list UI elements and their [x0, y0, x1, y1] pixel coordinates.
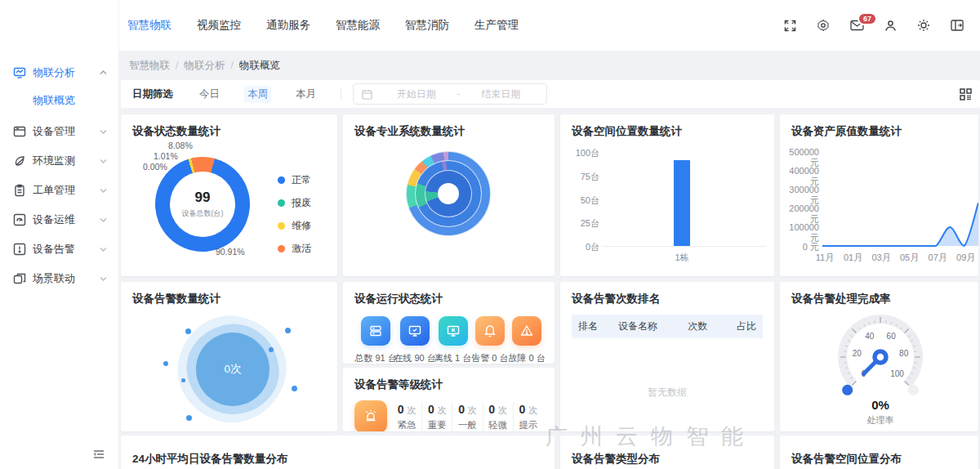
level-urgent[interactable]: 0 次 紧急: [392, 403, 421, 431]
y-tick: 100台: [565, 147, 599, 159]
device-total-label: 设备总数(台): [182, 208, 224, 219]
tab-video-monitoring[interactable]: 视频监控: [197, 18, 241, 33]
gauge-sub-label: 处理率: [813, 414, 948, 427]
sidebar-item-device-ops[interactable]: 设备运维: [0, 209, 118, 230]
scene-icon: [13, 272, 26, 285]
stat-fault[interactable]: 故障 0 台: [508, 316, 545, 364]
stat-total[interactable]: 总数 91 台: [356, 316, 395, 364]
card-title: 设备告警处理完成率: [791, 292, 967, 306]
dashboard-content: 设备状态数量统计 99 设备总数(台) 8.08% 1.01% 0.00% 90…: [121, 114, 980, 469]
offline-icon: [439, 316, 468, 346]
card-alarm-count: 设备告警数量统计 0次: [121, 282, 337, 431]
tab-smart-fire[interactable]: 智慧消防: [405, 18, 449, 33]
stat-alarm[interactable]: 告警 0 台: [471, 316, 508, 364]
y-tick: 25台: [565, 217, 599, 230]
svg-text:40: 40: [865, 332, 875, 341]
area-chart-svg: [822, 152, 978, 247]
top-nav: 智慧物联 视频监控 通勤服务 智慧能源 智慧消防 生产管理: [127, 18, 519, 33]
sidebar-item-workorder-management[interactable]: 工单管理: [0, 180, 118, 201]
settings-icon[interactable]: [817, 19, 830, 32]
chevron-down-icon: [100, 159, 107, 163]
device-status-donut-chart[interactable]: 99 设备总数(台): [155, 157, 250, 252]
stat-offline[interactable]: 离线 1 台: [434, 316, 471, 364]
gauge-value: 0%: [813, 398, 948, 412]
fullscreen-icon[interactable]: [784, 20, 796, 32]
analysis-icon: [13, 66, 26, 79]
start-date-placeholder[interactable]: 开始日期: [379, 87, 453, 101]
sidebar-collapse-icon[interactable]: [93, 449, 105, 459]
calendar-icon: [362, 89, 372, 100]
card-device-status: 设备状态数量统计 99 设备总数(台) 8.08% 1.01% 0.00% 90…: [121, 114, 337, 276]
card-title: 24小时平均日设备告警数量分布: [132, 452, 543, 467]
stat-online[interactable]: 在线 90 台: [395, 316, 434, 364]
mail-badge: 67: [858, 12, 877, 25]
preset-this-month[interactable]: 本月: [292, 86, 319, 103]
level-hint[interactable]: 0 次 提示: [513, 403, 543, 431]
mail-icon[interactable]: 67: [850, 20, 864, 31]
clipboard-icon: [13, 184, 26, 197]
total-icon: [361, 316, 390, 346]
x-tick: 03月: [867, 252, 895, 264]
sidebar-item-scene-linkage[interactable]: 场景联动: [0, 268, 118, 289]
exit-icon[interactable]: [951, 20, 964, 31]
date-range-input[interactable]: 开始日期 - 结束日期: [353, 83, 547, 105]
card-title: 设备空间位置数量统计: [572, 124, 763, 139]
legend-item[interactable]: 维修: [278, 219, 311, 233]
sidebar-item-env-monitoring[interactable]: 环境监测: [0, 150, 118, 172]
svg-text:100: 100: [890, 369, 904, 378]
card-title: 设备告警等级统计: [354, 377, 543, 392]
breadcrumb-item[interactable]: 物联分析: [184, 59, 225, 73]
breadcrumb-item[interactable]: 智慧物联: [129, 59, 170, 73]
alarm-bell-icon: [475, 316, 505, 346]
tab-smart-energy[interactable]: 智慧能源: [336, 18, 380, 33]
bar[interactable]: [674, 160, 690, 246]
sidebar-item-device-management[interactable]: 设备管理: [0, 121, 118, 142]
x-tick: 01月: [840, 252, 867, 264]
end-date-placeholder[interactable]: 结束日期: [464, 87, 538, 101]
legend-item[interactable]: 激活: [278, 242, 311, 256]
preset-today[interactable]: 今日: [196, 86, 223, 103]
alarm-count-value: 0次: [224, 362, 241, 377]
level-normal[interactable]: 0 次 一般: [452, 403, 482, 431]
alarm-rate-gauge[interactable]: 020406080100 0% 处理率: [813, 306, 948, 429]
layout-grid-icon[interactable]: [960, 88, 972, 100]
legend-item[interactable]: 报废: [278, 196, 311, 210]
tab-production-management[interactable]: 生产管理: [474, 18, 519, 33]
card-alarm-space-distribution: 设备告警空间位置分布: [780, 436, 978, 469]
pct-normal: 90.91%: [216, 247, 245, 257]
y-tick: 50台: [565, 194, 599, 207]
chevron-down-icon: [100, 217, 107, 222]
top-header: 智慧物联 视频监控 通勤服务 智慧能源 智慧消防 生产管理 67: [119, 0, 980, 51]
date-filter-bar: 日期筛选 今日 本周 本月 开始日期 - 结束日期: [121, 80, 980, 108]
sidebar-subitem-iot-overview[interactable]: 物联概览: [0, 92, 118, 114]
preset-this-week[interactable]: 本周: [244, 86, 271, 103]
level-minor[interactable]: 0 次 轻微: [483, 403, 513, 431]
system-sunburst-chart[interactable]: [406, 151, 491, 236]
sidebar-item-device-alarm[interactable]: 设备告警: [0, 239, 118, 260]
svg-text:80: 80: [899, 349, 909, 358]
date-filter-label: 日期筛选: [132, 87, 173, 101]
card-alarm-level: 设备告警等级统计 0 次 紧急 0 次 重要: [343, 368, 555, 431]
alarm-icon: [13, 243, 26, 256]
pct-repair: 1.01%: [154, 151, 178, 161]
card-title: 设备状态数量统计: [132, 124, 326, 139]
chevron-down-icon: [100, 129, 107, 134]
tab-smart-iot[interactable]: 智慧物联: [127, 18, 172, 33]
sidebar-item-iot-analysis[interactable]: 物联分析: [0, 62, 118, 83]
alarm-rank-table: 排名 设备名称 次数 占比: [572, 315, 763, 338]
user-icon[interactable]: [884, 20, 897, 32]
status-legend: 正常 报废 维修 激活: [278, 173, 311, 256]
empty-placeholder: 暂无数据: [572, 386, 763, 400]
card-title: 设备运行状态统计: [354, 292, 543, 306]
y-tick: 0台: [565, 241, 599, 253]
legend-item[interactable]: 正常: [278, 173, 311, 187]
x-tick: 09月: [952, 252, 978, 264]
pct-scrap: 0.00%: [143, 162, 167, 172]
sidebar: 物联分析 物联概览 设备管理 环境监测: [0, 0, 119, 469]
y-tick: 75台: [565, 171, 599, 183]
tab-commute-service[interactable]: 通勤服务: [266, 18, 310, 33]
card-title: 设备告警数量统计: [132, 292, 326, 306]
level-important[interactable]: 0 次 重要: [421, 403, 452, 431]
theme-icon[interactable]: [917, 19, 930, 32]
fault-icon: [512, 316, 541, 346]
